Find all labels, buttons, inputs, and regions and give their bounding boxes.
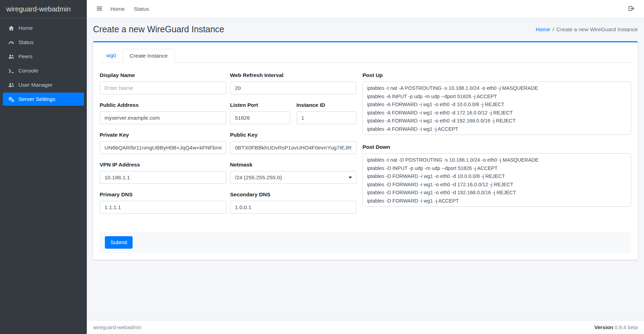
display-name-label: Display Name: [100, 72, 226, 78]
main-column: Home Status Create a new WireGuard Insta…: [87, 0, 644, 334]
app-wrapper: wireguard-webadmin Home Status Peers: [0, 0, 644, 334]
create-instance-card: wg0 Create Instance Display Name Web Ref…: [93, 41, 638, 260]
listen-port-input[interactable]: [230, 111, 290, 124]
private-key-label: Private Key: [100, 132, 226, 138]
secondary-dns-label: Secondary DNS: [230, 191, 357, 198]
sidebar-item-console[interactable]: Console: [3, 64, 84, 77]
field-listen-port: Listen Port: [230, 102, 290, 124]
sidebar-item-server-settings[interactable]: Server Settings: [3, 93, 84, 106]
content-area: Create a new WireGuard Instance Home / C…: [87, 18, 644, 320]
sidebar-item-label: User Manager: [18, 82, 52, 88]
content-header: Create a new WireGuard Instance Home / C…: [87, 18, 644, 34]
netmask-label: Netmask: [230, 162, 357, 168]
vpn-ip-input[interactable]: [100, 171, 226, 184]
sidebar-item-status[interactable]: Status: [3, 36, 84, 49]
sidebar-item-label: Home: [18, 25, 33, 31]
terminal-icon: [6, 68, 16, 74]
post-up-textarea[interactable]: iptables -t nat -A POSTROUTING -s 10.188…: [362, 82, 631, 135]
tab-wg0[interactable]: wg0: [100, 49, 123, 63]
field-instance-id: Instance ID: [296, 102, 357, 124]
field-netmask: Netmask /24 (255.255.255.0): [230, 162, 357, 184]
instance-tabs: wg0 Create Instance: [100, 49, 631, 63]
version-value: 0.8.4 beta: [614, 324, 638, 330]
listen-port-label: Listen Port: [230, 102, 290, 108]
user-group-icon: [6, 82, 16, 88]
submit-button[interactable]: Submit: [105, 236, 133, 249]
primary-dns-label: Primary DNS: [100, 191, 226, 198]
card-body: wg0 Create Instance Display Name Web Ref…: [93, 42, 638, 260]
gauge-icon: [6, 40, 16, 45]
field-display-name: Display Name: [100, 72, 226, 94]
hamburger-icon: [97, 6, 102, 13]
netmask-select[interactable]: /24 (255.255.255.0): [230, 171, 357, 184]
sidebar-item-peers[interactable]: Peers: [3, 50, 84, 63]
sidebar-item-home[interactable]: Home: [3, 22, 84, 35]
field-primary-dns: Primary DNS: [100, 191, 226, 214]
sidebar-nav: Home Status Peers Console: [0, 18, 87, 110]
instance-id-input[interactable]: [296, 111, 357, 124]
public-address-label: Public Address: [100, 102, 226, 108]
field-private-key: Private Key: [100, 132, 226, 154]
post-down-textarea[interactable]: iptables -t nat -D POSTROUTING -s 10.188…: [362, 153, 631, 207]
version-label: Version: [594, 324, 613, 330]
public-key-input[interactable]: [230, 141, 357, 154]
field-post-down: Post Down iptables -t nat -D POSTROUTING…: [362, 144, 631, 207]
public-address-input[interactable]: [100, 111, 226, 124]
logout-button[interactable]: [625, 3, 638, 16]
navbar-link-home[interactable]: Home: [106, 3, 129, 15]
field-vpn-ip: VPN IP Address: [100, 162, 226, 184]
version-info: Version0.8.4 beta: [594, 324, 638, 330]
secondary-dns-input[interactable]: [230, 201, 357, 214]
gears-icon: [6, 96, 16, 102]
netmask-select-wrap: /24 (255.255.255.0): [230, 171, 357, 184]
instance-id-label: Instance ID: [296, 102, 357, 108]
sidebar-toggle-button[interactable]: [93, 3, 106, 16]
field-public-key: Public Key: [230, 132, 357, 154]
field-web-refresh-interval: Web Refresh Interval: [230, 72, 357, 94]
display-name-input[interactable]: [100, 82, 226, 94]
users-icon: [6, 54, 16, 60]
public-key-label: Public Key: [230, 132, 357, 138]
breadcrumb-home-link[interactable]: Home: [536, 26, 550, 33]
footer-brand: wireguard-webadmin: [93, 324, 141, 330]
submit-bar: Submit: [100, 232, 631, 253]
instance-form: Display Name Web Refresh Interval Public…: [100, 72, 631, 221]
breadcrumb-separator: /: [552, 26, 554, 33]
web-refresh-interval-label: Web Refresh Interval: [230, 72, 357, 78]
sidebar-item-user-manager[interactable]: User Manager: [3, 78, 84, 92]
field-public-address: Public Address: [100, 102, 226, 124]
web-refresh-interval-input[interactable]: [230, 82, 357, 94]
field-post-up: Post Up iptables -t nat -A POSTROUTING -…: [362, 72, 631, 135]
home-icon: [6, 25, 16, 31]
page-title: Create a new WireGuard Instance: [93, 24, 224, 34]
vpn-ip-label: VPN IP Address: [100, 162, 226, 168]
field-secondary-dns: Secondary DNS: [230, 191, 357, 214]
port-and-id-row: Listen Port Instance ID: [230, 102, 357, 132]
logout-icon: [628, 6, 634, 13]
sidebar-item-label: Status: [18, 39, 34, 45]
post-up-label: Post Up: [362, 72, 631, 78]
page-footer: wireguard-webadmin Version0.8.4 beta: [87, 320, 644, 334]
form-left-columns: Display Name Web Refresh Interval Public…: [100, 72, 357, 221]
brand-text: wireguard-webadmin: [6, 5, 71, 13]
primary-dns-input[interactable]: [100, 201, 226, 214]
form-right-column: Post Up iptables -t nat -A POSTROUTING -…: [362, 72, 631, 221]
private-key-input[interactable]: [100, 141, 226, 154]
sidebar-item-label: Console: [18, 68, 38, 74]
navbar-link-status[interactable]: Status: [129, 3, 153, 15]
breadcrumb-current: Create a new WireGuard Instance: [557, 26, 638, 33]
post-down-label: Post Down: [362, 144, 631, 150]
breadcrumb: Home / Create a new WireGuard Instance: [536, 26, 638, 33]
sidebar: wireguard-webadmin Home Status Peers: [0, 0, 87, 334]
top-navbar: Home Status: [87, 0, 644, 18]
tab-create-instance[interactable]: Create Instance: [123, 49, 174, 63]
sidebar-item-label: Server Settings: [18, 96, 55, 102]
sidebar-item-label: Peers: [18, 53, 33, 60]
brand-link[interactable]: wireguard-webadmin: [0, 0, 87, 18]
